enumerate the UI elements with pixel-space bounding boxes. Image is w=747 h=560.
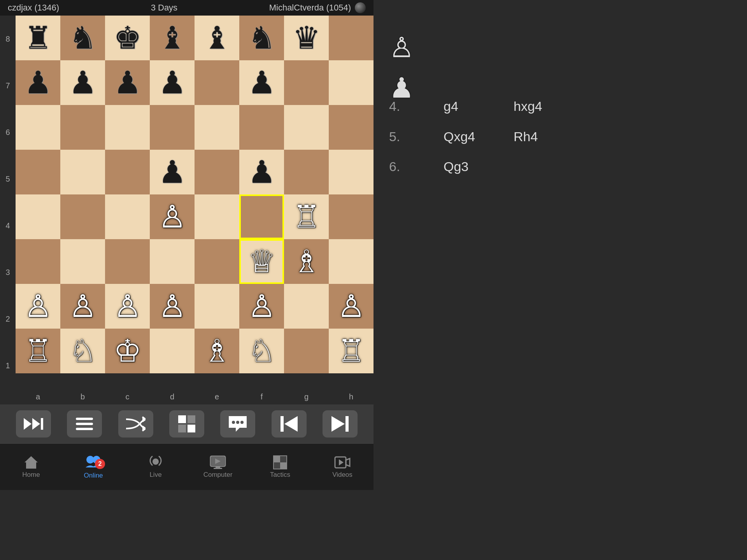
move-row-4: 4. g4 hxg4 — [389, 97, 542, 116]
file-c: c — [105, 389, 150, 404]
square-b2[interactable]: ♙ — [60, 284, 105, 329]
square-c2[interactable]: ♙ — [105, 284, 150, 329]
nav-computer[interactable]: Computer — [187, 444, 249, 490]
square-d5[interactable]: ♟ — [150, 150, 195, 194]
move-row-5: 5. Qxg4 Rh4 — [389, 128, 542, 146]
square-c1[interactable]: ♔ — [105, 329, 150, 373]
board-view-button[interactable] — [169, 410, 204, 438]
square-f1[interactable]: ♘ — [239, 329, 284, 373]
square-h3[interactable] — [329, 239, 374, 284]
piece-bp-c7: ♟ — [114, 67, 142, 98]
square-d4[interactable]: ♙ — [150, 194, 195, 239]
square-f7[interactable]: ♟ — [239, 60, 284, 105]
square-c3[interactable] — [105, 239, 150, 284]
square-f6[interactable] — [239, 105, 284, 150]
square-a8[interactable]: ♜ — [16, 16, 60, 60]
move-6-white[interactable]: Qg3 — [444, 158, 490, 176]
square-h6[interactable] — [329, 105, 374, 150]
square-f2[interactable]: ♙ — [239, 284, 284, 329]
move-num-6: 6. — [389, 158, 420, 176]
nav-tactics[interactable]: Tactics — [249, 444, 311, 490]
square-d7[interactable]: ♟ — [150, 60, 195, 105]
square-d1[interactable] — [150, 329, 195, 373]
square-g8[interactable]: ♛ — [284, 16, 329, 60]
square-b4[interactable] — [60, 194, 105, 239]
square-e1[interactable]: ♗ — [195, 329, 239, 373]
move-num-5: 5. — [389, 128, 420, 146]
square-h4[interactable] — [329, 194, 374, 239]
forward-button[interactable] — [323, 410, 358, 438]
square-f5[interactable]: ♟ — [239, 150, 284, 194]
square-f8[interactable]: ♞ — [239, 16, 284, 60]
square-g3[interactable]: ♗ — [284, 239, 329, 284]
game-toolbar — [0, 404, 374, 443]
square-g2[interactable] — [284, 284, 329, 329]
square-a2[interactable]: ♙ — [16, 284, 60, 329]
square-c6[interactable] — [105, 105, 150, 150]
square-c5[interactable] — [105, 150, 150, 194]
square-a5[interactable] — [16, 150, 60, 194]
square-h7[interactable] — [329, 60, 374, 105]
square-b8[interactable]: ♞ — [60, 16, 105, 60]
move-5-black[interactable]: Rh4 — [514, 128, 538, 146]
square-h1[interactable]: ♖ — [329, 329, 374, 373]
chess-board[interactable]: ♜♞♚♝♝♞♛♟♟♟♟♟♟♟♙♖♕♗♙♙♙♙♙♙♖♘♔♗♘♖ — [16, 16, 374, 373]
square-c8[interactable]: ♚ — [105, 16, 150, 60]
square-b6[interactable] — [60, 105, 105, 150]
rank-7: 7 — [0, 62, 16, 109]
square-g1[interactable] — [284, 329, 329, 373]
square-h2[interactable]: ♙ — [329, 284, 374, 329]
square-e3[interactable] — [195, 239, 239, 284]
nav-online-label: Online — [84, 472, 103, 480]
square-b7[interactable]: ♟ — [60, 60, 105, 105]
chat-button[interactable] — [220, 410, 255, 438]
square-h8[interactable] — [329, 16, 374, 60]
square-g4[interactable]: ♖ — [284, 194, 329, 239]
nav-videos[interactable]: Videos — [311, 444, 374, 490]
file-g: g — [284, 389, 329, 404]
square-e6[interactable] — [195, 105, 239, 150]
svg-rect-3 — [76, 418, 93, 420]
square-g7[interactable] — [284, 60, 329, 105]
square-g6[interactable] — [284, 105, 329, 150]
square-b5[interactable] — [60, 150, 105, 194]
move-list-button[interactable] — [67, 410, 102, 438]
square-c4[interactable] — [105, 194, 150, 239]
square-f4[interactable] — [239, 194, 284, 239]
shuffle-button[interactable] — [118, 410, 153, 438]
nav-home[interactable]: Home — [0, 444, 62, 490]
piece-bb-d8: ♝ — [158, 23, 186, 54]
nav-online[interactable]: 2 Online — [62, 444, 124, 490]
square-b1[interactable]: ♘ — [60, 329, 105, 373]
nav-live[interactable]: Live — [124, 444, 187, 490]
square-e4[interactable] — [195, 194, 239, 239]
square-d6[interactable] — [150, 105, 195, 150]
fast-forward-button[interactable] — [16, 410, 51, 438]
square-a4[interactable] — [16, 194, 60, 239]
move-4-white[interactable]: g4 — [444, 97, 490, 116]
square-e5[interactable] — [195, 150, 239, 194]
move-5-white[interactable]: Qxg4 — [444, 128, 490, 146]
square-d2[interactable]: ♙ — [150, 284, 195, 329]
move-row-6: 6. Qg3 — [389, 158, 542, 176]
square-e2[interactable] — [195, 284, 239, 329]
square-d3[interactable] — [150, 239, 195, 284]
square-a3[interactable] — [16, 239, 60, 284]
square-b3[interactable] — [60, 239, 105, 284]
piece-bp-d7: ♟ — [158, 67, 186, 98]
move-4-black[interactable]: hxg4 — [514, 97, 542, 116]
square-f3[interactable]: ♕ — [239, 239, 284, 284]
square-a7[interactable]: ♟ — [16, 60, 60, 105]
square-h5[interactable] — [329, 150, 374, 194]
square-g5[interactable] — [284, 150, 329, 194]
square-c7[interactable]: ♟ — [105, 60, 150, 105]
square-e7[interactable] — [195, 60, 239, 105]
square-a1[interactable]: ♖ — [16, 329, 60, 373]
back-button[interactable] — [272, 410, 307, 438]
square-d8[interactable]: ♝ — [150, 16, 195, 60]
square-e8[interactable]: ♝ — [195, 16, 239, 60]
square-a6[interactable] — [16, 105, 60, 150]
piece-bq-g8: ♛ — [293, 23, 321, 54]
svg-rect-24 — [216, 466, 220, 468]
game-header: czdjax (1346) 3 Days MichalCtverda (1054… — [0, 0, 374, 16]
